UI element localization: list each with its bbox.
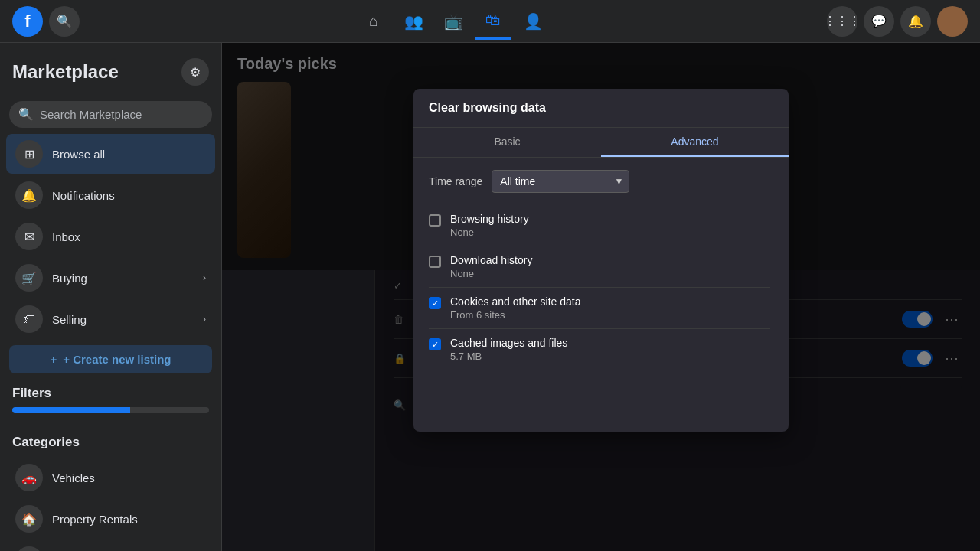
clear-browsing-data-modal: Clear browsing data Basic Advanced Time …	[413, 89, 789, 432]
time-range-row: Time range All time Last hour Last 24 ho…	[429, 170, 773, 193]
facebook-logo[interactable]: f	[12, 6, 43, 37]
sidebar-item-notifications[interactable]: 🔔 Notifications	[6, 175, 215, 215]
category-property-rentals[interactable]: 🏠 Property Rentals	[6, 499, 215, 539]
category-vehicles[interactable]: 🚗 Vehicles	[6, 458, 215, 497]
nav-friends[interactable]: 👥	[395, 3, 432, 40]
sidebar-settings-button[interactable]: ⚙	[181, 58, 209, 86]
time-range-select[interactable]: All time Last hour Last 24 hours Last 7 …	[492, 170, 629, 193]
download-history-sublabel: None	[450, 268, 532, 279]
messenger-icon[interactable]: 💬	[864, 6, 894, 37]
browsing-history-label: Browsing history	[450, 213, 529, 225]
modal-tab-basic[interactable]: Basic	[413, 128, 601, 157]
apps-icon[interactable]: ⋮⋮⋮	[827, 6, 858, 37]
sidebar-item-inbox[interactable]: ✉ Inbox	[6, 217, 215, 256]
buying-chevron-icon: ›	[203, 272, 206, 283]
filters-title: Filters	[12, 386, 209, 401]
modal-header: Clear browsing data	[413, 89, 789, 128]
vehicles-icon: 🚗	[15, 464, 43, 491]
nav-home[interactable]: ⌂	[355, 3, 392, 40]
modal-tab-advanced[interactable]: Advanced	[601, 128, 789, 157]
modal-title: Clear browsing data	[429, 101, 546, 115]
download-history-checkbox[interactable]	[429, 256, 441, 268]
browse-all-label: Browse all	[52, 148, 206, 161]
cookies-label: Cookies and other site data	[450, 295, 580, 308]
modal-tabs: Basic Advanced	[413, 128, 789, 158]
time-range-select-wrapper: All time Last hour Last 24 hours Last 7 …	[492, 170, 629, 193]
sidebar-header: Marketplace ⚙	[0, 49, 221, 95]
browsing-history-checkbox[interactable]	[429, 214, 441, 227]
fb-search[interactable]: 🔍	[49, 6, 80, 37]
property-rentals-icon: 🏠	[15, 505, 43, 533]
inbox-icon: ✉	[15, 223, 43, 250]
modal-backdrop: Clear browsing data Basic Advanced Time …	[222, 43, 980, 551]
user-avatar[interactable]	[937, 6, 968, 37]
notifications-icon[interactable]: 🔔	[900, 6, 931, 37]
cached-images-label: Cached images and files	[450, 337, 567, 349]
main-content: Today's picks Find more add-ons 🔍	[222, 43, 980, 551]
sidebar-item-browse-all[interactable]: ⊞ Browse all	[6, 134, 215, 174]
categories-title: Categories	[0, 429, 221, 456]
property-rentals-label: Property Rentals	[52, 513, 206, 526]
search-icon: 🔍	[57, 14, 72, 28]
filters-section: Filters	[0, 380, 221, 429]
browsing-history-sublabel: None	[450, 227, 529, 238]
sidebar: Marketplace ⚙ 🔍 ⊞ Browse all 🔔 Notificat…	[0, 43, 222, 551]
cached-images-sublabel: 5.7 MB	[450, 350, 567, 362]
search-input[interactable]	[40, 108, 203, 121]
checkbox-cached-images: ✓ Cached images and files 5.7 MB	[429, 329, 770, 370]
checkbox-download-history: Download history None	[429, 246, 770, 288]
notifications-label: Notifications	[52, 189, 206, 202]
buying-icon: 🛒	[15, 264, 43, 292]
sidebar-search-icon: 🔍	[18, 107, 34, 122]
create-listing-plus-icon: +	[50, 353, 57, 366]
nav-marketplace[interactable]: 🛍	[475, 3, 511, 40]
sidebar-search[interactable]: 🔍	[9, 101, 212, 128]
vehicles-label: Vehicles	[52, 471, 206, 484]
browsing-history-info: Browsing history None	[450, 213, 529, 238]
topbar: f 🔍 ⌂ 👥 📺 🛍 👤 ⋮⋮⋮ 💬 🔔	[0, 0, 980, 43]
cookies-info: Cookies and other site data From 6 sites	[450, 295, 580, 321]
nav-watch[interactable]: 📺	[435, 3, 472, 40]
inbox-label: Inbox	[52, 230, 206, 243]
nav-groups[interactable]: 👤	[514, 3, 551, 40]
selling-label: Selling	[52, 313, 194, 326]
selling-icon: 🏷	[15, 305, 43, 333]
modal-body: Time range All time Last hour Last 24 ho…	[413, 158, 789, 432]
sidebar-item-selling[interactable]: 🏷 Selling ›	[6, 299, 215, 339]
create-listing-button[interactable]: + + Create new listing	[9, 345, 212, 373]
create-listing-label: + Create new listing	[63, 353, 171, 366]
main-layout: Marketplace ⚙ 🔍 ⊞ Browse all 🔔 Notificat…	[0, 0, 980, 551]
topbar-left: f 🔍	[12, 6, 80, 37]
modal-checkboxes-list: Browsing history None Download history N…	[429, 205, 773, 419]
selling-chevron-icon: ›	[203, 314, 206, 324]
notifications-bell-icon: 🔔	[15, 181, 43, 209]
cookies-checkbox[interactable]: ✓	[429, 297, 441, 309]
download-history-info: Download history None	[450, 254, 532, 279]
download-history-label: Download history	[450, 254, 532, 266]
topbar-nav: ⌂ 👥 📺 🛍 👤	[355, 3, 551, 40]
category-apparel[interactable]: 👕 Apparel	[6, 540, 215, 551]
sidebar-item-buying[interactable]: 🛒 Buying ›	[6, 258, 215, 298]
cached-images-info: Cached images and files 5.7 MB	[450, 337, 567, 362]
topbar-right: ⋮⋮⋮ 💬 🔔	[827, 6, 968, 37]
time-range-label: Time range	[429, 175, 482, 187]
apparel-icon: 👕	[15, 546, 43, 551]
checkbox-browsing-history: Browsing history None	[429, 205, 770, 246]
sidebar-title: Marketplace	[12, 61, 119, 83]
filter-range-bar	[12, 407, 209, 413]
checkbox-cookies: ✓ Cookies and other site data From 6 sit…	[429, 288, 770, 329]
cached-images-checkbox[interactable]: ✓	[429, 338, 441, 350]
cookies-sublabel: From 6 sites	[450, 309, 580, 321]
buying-label: Buying	[52, 272, 194, 285]
browse-all-icon: ⊞	[15, 140, 43, 168]
